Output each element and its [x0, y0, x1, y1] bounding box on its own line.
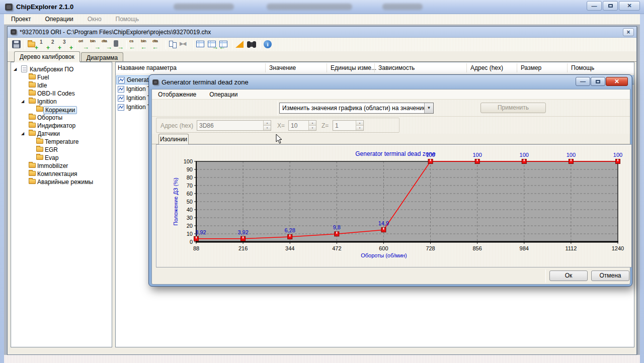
spinner-arrows-icon[interactable]: ▴▾: [308, 121, 316, 130]
toolbar-separator: [260, 40, 261, 49]
blurred-titlebar-item: [174, 4, 234, 10]
tree-item-label: Индификатор: [36, 122, 77, 129]
column-header[interactable]: Размер: [521, 64, 541, 71]
dialog-body: Отображение Операции Изменить значения г…: [151, 89, 630, 285]
folder-icon: [29, 171, 36, 176]
column-header[interactable]: Значение: [269, 64, 296, 71]
y-tick-label: 60: [187, 191, 193, 197]
graph-icon: [118, 95, 124, 102]
import-cs-icon[interactable]: cs←: [129, 39, 140, 50]
dialog-maximize-button[interactable]: [591, 77, 605, 86]
toolbar: +1+2+3+ori→bin→dta→→cs←bin←dta←▶◀→←i: [8, 38, 636, 51]
x-tick-label: 856: [472, 245, 481, 251]
table-view-icon[interactable]: [196, 39, 207, 50]
maximize-button[interactable]: [603, 1, 618, 11]
cancel-button[interactable]: Отмена: [591, 270, 629, 281]
folder-icon: [29, 179, 36, 184]
export-ori-icon[interactable]: ori→: [78, 39, 89, 50]
chart-title: Generator terminal dead zone: [355, 150, 436, 157]
menu-окно: Окно: [80, 14, 109, 24]
app-title: ChipExplorer 2.1.0: [16, 3, 73, 11]
tree-item-label: Ignition: [36, 98, 58, 105]
dialog-title: Generator terminal dead zone: [162, 78, 249, 86]
toolbar-separator: [126, 40, 127, 49]
table-export-icon[interactable]: →: [207, 39, 218, 50]
document-icon: [11, 29, 17, 35]
column-header[interactable]: Помощь: [571, 64, 594, 71]
tree-item-label: Аварийные режимы: [36, 178, 95, 186]
tree-item-label: OBD-II Codes: [36, 90, 76, 97]
action-select[interactable]: Изменить значения графика (области) на з…: [279, 103, 434, 114]
dialog-menubar: Отображение Операции: [152, 89, 630, 100]
dialog-minimize-button[interactable]: —: [576, 77, 590, 86]
dead-zone-chart[interactable]: 0102030405060708090100882163444726007288…: [156, 145, 631, 267]
expander-icon[interactable]: ◢: [21, 99, 24, 104]
data-label: 100: [567, 152, 576, 158]
add-slot-3-icon[interactable]: 3+: [62, 39, 73, 50]
document-close-icon[interactable]: ×: [623, 28, 634, 36]
table-import-icon[interactable]: ←: [219, 39, 230, 50]
data-label: 100: [426, 152, 435, 158]
spinner-arrows-icon[interactable]: ▴▾: [263, 121, 271, 130]
plot-area[interactable]: [196, 161, 618, 242]
compare-icon[interactable]: [168, 39, 179, 50]
import-bin-icon[interactable]: bin←: [140, 39, 151, 50]
address-label: Адрес (hex): [160, 122, 193, 129]
chart-panel[interactable]: 0102030405060708090100882163444726007288…: [156, 144, 632, 267]
column-header[interactable]: Адрес (hex): [470, 64, 503, 71]
ok-button[interactable]: Ок: [549, 270, 588, 281]
merge-icon[interactable]: ▶◀: [180, 39, 191, 50]
y-tick-label: 50: [187, 199, 193, 205]
z-field[interactable]: 1 ▴▾: [333, 120, 364, 131]
spinner-arrows-icon[interactable]: ▴▾: [356, 121, 363, 130]
menu-проект[interactable]: Проект: [4, 14, 38, 24]
add-slot-2-icon[interactable]: 2+: [50, 39, 61, 50]
add-project-icon[interactable]: +: [27, 39, 38, 50]
marker-notch: [571, 159, 572, 161]
expander-icon[interactable]: ◢: [21, 131, 24, 136]
chevron-down-icon: ▼: [424, 103, 433, 113]
document-tabs: Дерево калибровокДиаграмма: [8, 51, 636, 62]
info-icon[interactable]: i: [263, 39, 274, 50]
x-label: X=: [277, 122, 285, 129]
column-header[interactable]: Зависимость: [378, 64, 415, 71]
dialog-menu-operations[interactable]: Операции: [209, 91, 237, 98]
export-bin-icon[interactable]: bin→: [90, 39, 101, 50]
x-tick-label: 1112: [565, 245, 577, 251]
address-field[interactable]: 3D86 ▴▾: [197, 120, 271, 131]
apply-button[interactable]: Применить: [480, 103, 546, 113]
graph-icon: [118, 77, 125, 83]
dialog-titlebar[interactable]: Generator terminal dead zone — ✕: [149, 75, 631, 89]
import-dta-icon[interactable]: dta←: [152, 39, 163, 50]
tab-tree[interactable]: Дерево калибровок: [14, 51, 80, 62]
data-label: 9,8: [333, 224, 341, 230]
calibration-tree: ◢Калибровки ПОFuelIdleOBD-II Codes◢Ignit…: [11, 62, 112, 347]
add-slot-1-icon[interactable]: 1+: [39, 39, 50, 50]
close-button[interactable]: ✕: [619, 1, 640, 11]
export-dta-icon[interactable]: dta→: [101, 39, 112, 50]
y-tick-label: 40: [187, 207, 193, 213]
measure-icon[interactable]: [235, 39, 246, 50]
blurred-titlebar-item: [382, 4, 423, 10]
y-tick-label: 70: [187, 183, 193, 189]
column-header[interactable]: Название параметра: [118, 64, 177, 71]
marker-notch: [196, 236, 197, 238]
expander-icon[interactable]: ◢: [14, 67, 17, 71]
folder-icon: [29, 90, 36, 96]
tab-diagram[interactable]: Диаграмма: [81, 52, 123, 62]
marker-notch: [430, 159, 431, 161]
x-field[interactable]: 10 ▴▾: [288, 120, 316, 131]
dialog-close-button[interactable]: ✕: [606, 77, 628, 86]
toolbar-separator: [75, 40, 76, 49]
dialog-menu-display[interactable]: Отображение: [158, 91, 196, 98]
toolbar-separator: [25, 40, 25, 49]
minimize-button[interactable]: —: [587, 1, 602, 11]
save-icon[interactable]: [11, 39, 22, 50]
tab-isolines[interactable]: Изолинии: [158, 134, 189, 144]
menu-операции[interactable]: Операции: [38, 14, 80, 24]
find-icon[interactable]: [247, 39, 258, 50]
data-label: 100: [472, 152, 481, 158]
column-header[interactable]: Единицы изме...: [331, 64, 376, 71]
tree-item-label: Immobilizer: [36, 162, 69, 169]
export-device-icon[interactable]: →: [113, 39, 124, 50]
